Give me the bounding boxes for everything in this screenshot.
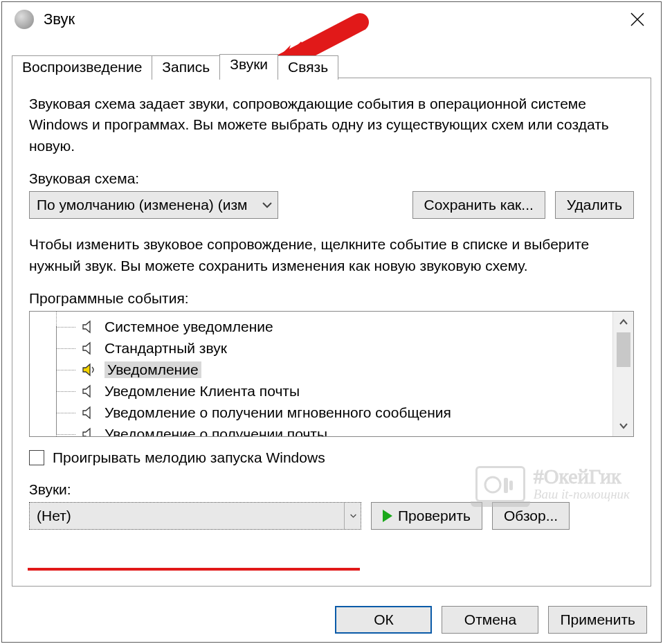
play-startup-label: Проигрывать мелодию запуска Windows — [53, 449, 325, 466]
scheme-value: По умолчанию (изменена) (изм — [37, 197, 254, 213]
event-label: Уведомление — [105, 361, 201, 378]
speaker-icon — [81, 383, 98, 400]
event-label: Уведомление о получении почты — [105, 426, 327, 437]
speaker-icon — [81, 361, 98, 378]
play-startup-row: Проигрывать мелодию запуска Windows — [29, 449, 634, 466]
scrollbar-thumb[interactable] — [617, 332, 630, 367]
sounds-label: Звуки: — [29, 481, 634, 498]
dialog-footer: ОК Отмена Применить — [335, 606, 647, 634]
tabs-area: Воспроизведение Запись Звуки Связь Звуко… — [12, 54, 651, 587]
tabs: Воспроизведение Запись Звуки Связь — [12, 54, 651, 78]
close-icon — [630, 12, 645, 27]
speaker-icon — [81, 319, 98, 335]
scroll-down-icon[interactable] — [619, 420, 628, 432]
chevron-down-icon — [261, 202, 273, 208]
sound-dialog: Звук Воспроизведение Запись Звуки Связь … — [1, 1, 662, 643]
save-as-button[interactable]: Сохранить как... — [412, 191, 545, 219]
apply-button[interactable]: Применить — [548, 606, 647, 634]
speaker-icon — [81, 340, 98, 357]
event-item[interactable]: Стандартный звук — [30, 337, 612, 359]
play-icon — [383, 510, 392, 522]
speaker-icon — [81, 426, 98, 437]
event-label: Стандартный звук — [105, 340, 227, 357]
annotation-underline — [28, 568, 360, 571]
tree-connector — [46, 380, 81, 402]
chevron-down-icon — [344, 503, 356, 529]
close-button[interactable] — [622, 4, 653, 35]
sound-app-icon — [15, 10, 34, 29]
events-help-text: Чтобы изменить звуковое сопровождение, щ… — [29, 234, 634, 276]
scheme-combo[interactable]: По умолчанию (изменена) (изм — [29, 191, 278, 219]
tree-connector — [46, 337, 81, 359]
event-item[interactable]: Системное уведомление — [30, 316, 612, 337]
scheme-label: Звуковая схема: — [29, 170, 634, 187]
ok-button[interactable]: ОК — [335, 606, 432, 634]
titlebar: Звук — [2, 2, 661, 37]
description-text: Звуковая схема задает звуки, сопровождаю… — [29, 93, 634, 156]
event-label: Системное уведомление — [105, 319, 273, 335]
tab-recording[interactable]: Запись — [152, 55, 220, 80]
scrollbar[interactable] — [612, 312, 633, 436]
speaker-icon — [81, 404, 98, 421]
event-item[interactable]: Уведомление — [30, 359, 612, 380]
sounds-combo[interactable]: (Нет) — [29, 502, 361, 530]
event-label: Уведомление Клиента почты — [105, 383, 300, 400]
test-button[interactable]: Проверить — [371, 502, 482, 530]
scroll-up-icon[interactable] — [619, 316, 628, 328]
tree-connector — [46, 423, 81, 436]
events-label: Программные события: — [29, 290, 634, 307]
window-title: Звук — [44, 10, 75, 28]
tab-playback[interactable]: Воспроизведение — [12, 55, 152, 80]
event-item[interactable]: Уведомление о получении почты — [30, 423, 612, 436]
event-label: Уведомление о получении мгновенного сооб… — [105, 404, 451, 421]
play-startup-checkbox[interactable] — [29, 450, 44, 465]
event-item[interactable]: Уведомление Клиента почты — [30, 380, 612, 402]
tree-connector — [46, 402, 81, 423]
tab-content: Звуковая схема задает звуки, сопровождаю… — [12, 78, 651, 587]
delete-button[interactable]: Удалить — [555, 191, 634, 219]
tab-communications[interactable]: Связь — [278, 55, 338, 80]
cancel-button[interactable]: Отмена — [442, 606, 538, 634]
events-listbox[interactable]: Системное уведомление Стандартный звук У… — [29, 311, 634, 437]
tree-connector — [46, 316, 81, 337]
tab-sounds[interactable]: Звуки — [219, 54, 278, 78]
tree-connector — [46, 359, 81, 380]
event-item[interactable]: Уведомление о получении мгновенного сооб… — [30, 402, 612, 423]
sounds-value: (Нет) — [37, 508, 337, 524]
browse-button[interactable]: Обзор... — [492, 502, 570, 530]
